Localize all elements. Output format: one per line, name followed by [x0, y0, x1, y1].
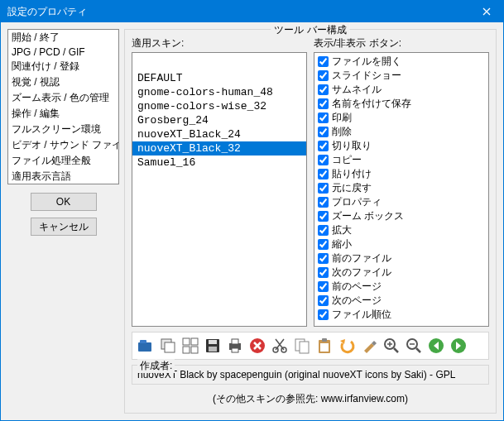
author-text: nuoveXT Black by spacepenguin (original …	[137, 369, 483, 380]
check-row[interactable]: 次のページ	[316, 294, 487, 308]
check-label: 名前を付けて保存	[332, 97, 411, 111]
svg-rect-12	[232, 339, 238, 344]
check-label: ファイルを開く	[332, 55, 401, 69]
content-area: 開始 / 終了JPG / PCD / GIF関連付け / 登録視覚 / 視認ズー…	[1, 22, 503, 420]
open-icon[interactable]	[136, 336, 156, 356]
check-label: 縮小	[332, 237, 352, 251]
slideshow-icon[interactable]	[158, 336, 178, 356]
check-label: 切り取り	[332, 139, 372, 153]
category-item[interactable]: ファイル処理全般	[8, 153, 118, 169]
check-label: 次のページ	[332, 294, 382, 308]
close-button[interactable]	[470, 1, 503, 22]
thumbnail-icon[interactable]	[180, 336, 200, 356]
check-toggle[interactable]	[318, 253, 329, 264]
check-row[interactable]: 元に戻す	[316, 181, 487, 195]
save-icon[interactable]	[203, 336, 223, 356]
cut-icon[interactable]	[270, 336, 290, 356]
check-toggle[interactable]	[318, 183, 329, 194]
delete-icon[interactable]	[247, 336, 267, 356]
check-row[interactable]: 印刷	[316, 111, 487, 125]
footer-note: (その他スキンの参照先: www.irfanview.com)	[132, 390, 489, 406]
skin-item[interactable]: gnome-colors-wise_32	[132, 99, 306, 113]
cancel-button[interactable]: キャンセル	[31, 218, 97, 236]
check-toggle[interactable]	[318, 70, 329, 81]
svg-rect-9	[209, 340, 217, 344]
category-item[interactable]: ビデオ / サウンド ファイル	[8, 137, 118, 153]
check-toggle[interactable]	[318, 98, 329, 109]
check-toggle[interactable]	[318, 141, 329, 151]
check-toggle[interactable]	[318, 225, 329, 236]
check-row[interactable]: 削除	[316, 125, 487, 139]
prev-file-icon[interactable]	[426, 336, 446, 356]
paste-icon[interactable]	[314, 336, 334, 356]
category-item[interactable]: 関連付け / 登録	[8, 59, 118, 74]
check-toggle[interactable]	[318, 197, 329, 208]
toolbar-preview	[132, 332, 489, 360]
check-label: 拡大	[332, 223, 352, 237]
next-file-icon[interactable]	[449, 336, 468, 356]
check-row[interactable]: コピー	[316, 153, 487, 167]
category-item[interactable]: 開始 / 終了	[8, 30, 118, 45]
category-item[interactable]: 適用表示言語	[8, 169, 118, 184]
check-row[interactable]: 次のファイル	[316, 266, 487, 280]
check-row[interactable]: 貼り付け	[316, 167, 487, 181]
check-label: 削除	[332, 125, 352, 139]
skin-item[interactable]: gnome-colors-human_48	[132, 85, 306, 99]
skin-item[interactable]: nuoveXT_Black_24	[132, 127, 306, 141]
check-label: 次のファイル	[332, 266, 391, 280]
skin-item[interactable]: Samuel_16	[132, 155, 306, 170]
category-listbox[interactable]: 開始 / 終了JPG / PCD / GIF関連付け / 登録視覚 / 視認ズー…	[7, 29, 119, 184]
zoom-in-icon[interactable]	[382, 336, 401, 356]
skin-item[interactable]: DEFAULT	[132, 71, 306, 85]
category-item[interactable]: 視覚 / 視認	[8, 74, 118, 90]
check-row[interactable]: ファイル順位	[316, 308, 487, 322]
check-row[interactable]: スライドショー	[316, 69, 487, 83]
zoom-out-icon[interactable]	[404, 336, 424, 356]
check-label: スライドショー	[332, 69, 401, 83]
check-row[interactable]: サムネイル	[316, 83, 487, 97]
check-row[interactable]: 切り取り	[316, 139, 487, 153]
check-toggle[interactable]	[318, 211, 329, 222]
svg-rect-10	[209, 347, 217, 352]
undo-icon[interactable]	[337, 336, 357, 356]
properties-icon[interactable]	[359, 336, 379, 356]
check-label: 前のファイル	[332, 251, 391, 266]
check-toggle[interactable]	[318, 84, 329, 95]
check-row[interactable]: 名前を付けて保存	[316, 97, 487, 111]
svg-rect-18	[300, 342, 309, 353]
check-label: 印刷	[332, 111, 352, 125]
check-toggle[interactable]	[318, 309, 329, 320]
lists-row: 適用スキン: DEFAULTgnome-colors-human_48gnome…	[132, 36, 489, 327]
check-row[interactable]: 拡大	[316, 223, 487, 237]
check-row[interactable]: 前のファイル	[316, 251, 487, 266]
print-icon[interactable]	[225, 336, 245, 356]
category-item[interactable]: 操作 / 編集	[8, 106, 118, 122]
check-toggle[interactable]	[318, 112, 329, 123]
titlebar: 設定のプロパティ	[1, 1, 503, 22]
svg-rect-20	[322, 338, 327, 342]
check-toggle[interactable]	[318, 239, 329, 250]
check-row[interactable]: 縮小	[316, 237, 487, 251]
check-row[interactable]: ファイルを開く	[316, 55, 487, 69]
copy-icon[interactable]	[292, 336, 312, 356]
category-item[interactable]: フルスクリーン環境	[8, 122, 118, 137]
check-toggle[interactable]	[318, 267, 329, 278]
ok-button[interactable]: OK	[31, 193, 97, 211]
check-row[interactable]: プロパティ	[316, 195, 487, 209]
check-toggle[interactable]	[318, 56, 329, 67]
skin-item[interactable]: Grosberg_24	[132, 113, 306, 127]
check-toggle[interactable]	[318, 295, 329, 306]
buttons-checklist[interactable]: ファイルを開くスライドショーサムネイル名前を付けて保存印刷削除切り取りコピー貼り…	[314, 52, 489, 327]
check-row[interactable]: ズーム ボックス	[316, 209, 487, 223]
check-toggle[interactable]	[318, 155, 329, 165]
check-toggle[interactable]	[318, 281, 329, 292]
check-toggle[interactable]	[318, 169, 329, 179]
category-item[interactable]: JPG / PCD / GIF	[8, 45, 118, 59]
skin-listbox[interactable]: DEFAULTgnome-colors-human_48gnome-colors…	[132, 52, 307, 327]
check-toggle[interactable]	[318, 127, 329, 137]
check-row[interactable]: 前のページ	[316, 280, 487, 294]
buttons-label: 表示/非表示 ボタン:	[314, 36, 489, 50]
category-item[interactable]: ズーム表示 / 色の管理	[8, 90, 118, 106]
right-column: ツール バー構成 適用スキン: DEFAULTgnome-colors-huma…	[124, 29, 497, 414]
skin-item[interactable]: nuoveXT_Black_32	[132, 141, 306, 155]
